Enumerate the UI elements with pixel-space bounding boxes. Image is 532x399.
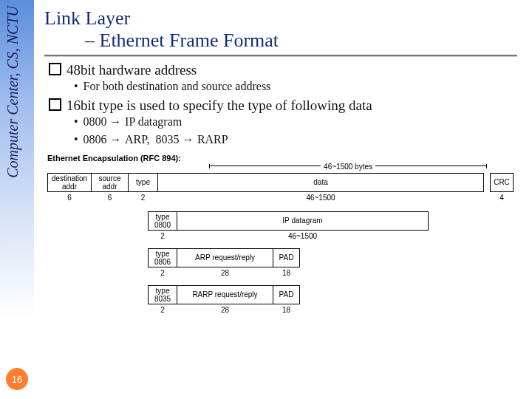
sub1-type-label: type xyxy=(149,213,177,221)
title-line-2: – Ethernet Frame Format xyxy=(44,30,525,52)
bullet-2-sub1: •0800 → IP datagram xyxy=(74,115,525,129)
sub3-data-label: RARP request/reply xyxy=(177,290,273,299)
dot-bullet-icon: • xyxy=(74,80,78,92)
sub1-data-label: IP datagram xyxy=(177,216,428,225)
sub2-pad-label: PAD xyxy=(273,253,299,262)
sub3-pad-cell: PAD 18 xyxy=(273,285,300,304)
sub-row-rarp: type 8035 2 RARP request/reply 28 PAD 18 xyxy=(148,285,514,304)
sub3-type-size: 2 xyxy=(149,306,177,314)
arrow-icon: → xyxy=(110,133,125,146)
frame-header-row: destination addr 6 source addr 6 type 2 … xyxy=(47,173,514,192)
bullet-1-sub: •For both destination and source address xyxy=(74,80,525,93)
arrow-icon: → xyxy=(110,115,125,128)
page-number-badge: 16 xyxy=(6,368,28,390)
bullet-2: 16bit type is used to specify the type o… xyxy=(44,98,525,114)
ethernet-diagram: Ethernet Encapsulation (RFC 894): 46~150… xyxy=(44,154,514,304)
sub1-data-cell: IP datagram 46~1500 xyxy=(177,211,429,231)
title-line-1: Link Layer xyxy=(44,7,525,30)
sub1-type-size: 2 xyxy=(149,232,177,240)
sub3-type-code: 8035 xyxy=(149,295,177,303)
sub2-pad-size: 18 xyxy=(273,269,299,277)
encapsulation-title: Ethernet Encapsulation (RFC 894): xyxy=(47,154,514,163)
src-addr-cell: source addr 6 xyxy=(92,173,129,192)
arrow-icon: → xyxy=(182,133,197,146)
crc-label: CRC xyxy=(491,178,513,186)
type-label: type xyxy=(129,178,157,186)
src-label-2: addr xyxy=(92,183,128,191)
dot-bullet-icon: • xyxy=(74,115,78,128)
square-bullet-icon xyxy=(49,63,61,75)
sub2-type-size: 2 xyxy=(149,269,177,277)
sub2-pad-cell: PAD 18 xyxy=(273,248,300,267)
ip-datagram-label: IP datagram xyxy=(125,115,182,128)
dest-label-2: addr xyxy=(48,183,91,191)
src-size: 6 xyxy=(92,194,128,202)
data-cell: data 46~1500 xyxy=(158,173,484,192)
dest-addr-cell: destination addr 6 xyxy=(47,173,92,192)
sub2-type-code: 0806 xyxy=(149,258,177,266)
sub3-type-cell: type 8035 2 xyxy=(148,285,177,304)
code-0806: 0806 xyxy=(83,133,107,146)
data-size: 46~1500 xyxy=(158,194,483,202)
code-0800: 0800 xyxy=(83,115,107,128)
sidebar: Computer Center, CS, NCTU 16 xyxy=(0,0,34,399)
bullet-1: 48bit hardware address xyxy=(44,62,525,78)
sub2-data-size: 28 xyxy=(177,269,273,277)
src-label-1: source xyxy=(92,174,128,183)
range-label: 46~1500 bytes xyxy=(321,163,375,171)
type-cell: type 2 xyxy=(129,173,158,192)
slide-title: Link Layer – Ethernet Frame Format xyxy=(44,7,525,52)
org-label: Computer Center, CS, NCTU xyxy=(4,6,21,178)
arp-label: ARP, xyxy=(125,133,149,146)
crc-cell: CRC 4 xyxy=(490,173,514,192)
sub1-data-size: 46~1500 xyxy=(177,232,428,240)
sub2-data-label: ARP request/reply xyxy=(177,253,273,262)
dest-size: 6 xyxy=(48,194,91,202)
sub3-pad-label: PAD xyxy=(273,290,299,299)
square-bullet-icon xyxy=(49,98,61,111)
sub2-type-label: type xyxy=(149,250,177,258)
sub2-type-cell: type 0806 2 xyxy=(148,248,177,267)
sub1-type-code: 0800 xyxy=(149,221,177,229)
sub3-data-size: 28 xyxy=(177,306,273,314)
rarp-label: RARP xyxy=(197,133,228,146)
sub3-pad-size: 18 xyxy=(273,306,299,314)
sub3-data-cell: RARP request/reply 28 xyxy=(177,285,273,304)
bullet-1-text: 48bit hardware address xyxy=(66,62,197,78)
dest-label-1: destination xyxy=(48,174,91,183)
dot-bullet-icon: • xyxy=(74,133,78,146)
sub-row-arp: type 0806 2 ARP request/reply 28 PAD 18 xyxy=(148,248,514,267)
bullet-1-sub-text: For both destination and source address xyxy=(83,80,271,92)
range-indicator: 46~1500 bytes xyxy=(209,163,487,171)
bullet-2-sub2: •0806 → ARP, 8035 → RARP xyxy=(74,133,525,146)
type-size: 2 xyxy=(129,194,157,202)
slide-content: Link Layer – Ethernet Frame Format 48bit… xyxy=(44,7,525,304)
bullet-2-text: 16bit type is used to specify the type o… xyxy=(66,98,372,113)
sub3-type-label: type xyxy=(149,287,177,295)
code-8035: 8035 xyxy=(155,133,179,146)
title-underline xyxy=(44,55,517,56)
sub-row-ip: type 0800 2 IP datagram 46~1500 xyxy=(148,211,514,231)
sub1-type-cell: type 0800 2 xyxy=(148,211,177,231)
crc-size: 4 xyxy=(491,194,513,202)
bullet-list: 48bit hardware address •For both destina… xyxy=(44,62,525,146)
sub2-data-cell: ARP request/reply 28 xyxy=(177,248,273,267)
data-label: data xyxy=(158,178,483,186)
